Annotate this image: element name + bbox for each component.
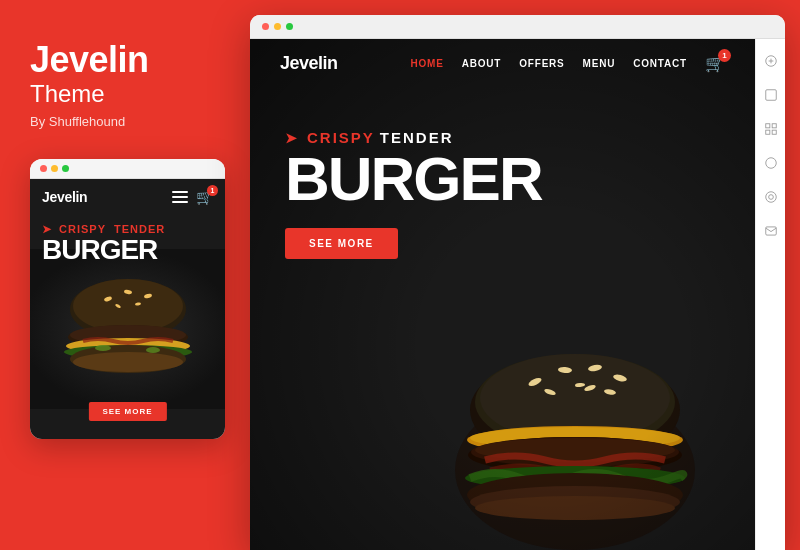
left-panel: Jevelin Theme By Shufflehound Jevelin 🛒 …	[0, 0, 245, 550]
sidebar-icon-6[interactable]	[761, 221, 781, 241]
sidebar-icon-5[interactable]	[761, 187, 781, 207]
dot-green	[62, 165, 69, 172]
see-more-button[interactable]: SEE MORE	[285, 228, 398, 259]
desktop-browser-bar	[250, 15, 785, 39]
desktop-cart-icon[interactable]: 🛒 1	[705, 54, 725, 73]
hero-text-block: ➤ CRISPY TENDER BURGER SEE MORE	[285, 129, 542, 259]
desktop-dot-green	[286, 23, 293, 30]
mobile-browser-bar	[30, 159, 225, 179]
mobile-cart-icon[interactable]: 🛒 1	[196, 189, 213, 205]
mobile-mockup: Jevelin 🛒 1 ➤ CRISPY TENDER	[30, 159, 225, 439]
mobile-nav: Jevelin 🛒 1	[30, 179, 225, 215]
desktop-dot-yellow	[274, 23, 281, 30]
mobile-content: Jevelin 🛒 1 ➤ CRISPY TENDER	[30, 179, 225, 439]
svg-rect-46	[765, 124, 769, 128]
desktop-cart-badge: 1	[718, 49, 731, 62]
mobile-cart-badge: 1	[207, 185, 218, 196]
sidebar-icon-3[interactable]	[761, 119, 781, 139]
svg-rect-48	[765, 130, 769, 134]
svg-point-12	[73, 352, 183, 372]
nav-link-contact[interactable]: CONTACT	[633, 58, 687, 69]
desktop-nav-links: HOME ABOUT OFFERS MENU CONTACT 🛒 1	[410, 54, 725, 73]
mobile-logo: Jevelin	[42, 189, 87, 205]
dot-red	[40, 165, 47, 172]
desktop-site: Jevelin HOME ABOUT OFFERS MENU CONTACT 🛒…	[250, 39, 755, 550]
mobile-burger-text: BURGER	[42, 236, 213, 264]
mobile-burger-image	[30, 249, 225, 409]
nav-link-offers[interactable]: OFFERS	[519, 58, 564, 69]
svg-rect-49	[772, 130, 776, 134]
svg-point-13	[95, 345, 111, 351]
desktop-navbar: Jevelin HOME ABOUT OFFERS MENU CONTACT 🛒…	[250, 39, 755, 88]
desktop-logo: Jevelin	[280, 53, 338, 74]
desktop-sidebar-icons	[755, 39, 785, 550]
nav-link-menu[interactable]: MENU	[583, 58, 616, 69]
desktop-dot-red	[262, 23, 269, 30]
svg-rect-53	[765, 227, 776, 235]
dark-overlay	[250, 39, 755, 550]
mobile-see-more-button[interactable]: SEE MORE	[88, 402, 166, 421]
nav-link-home[interactable]: HOME	[410, 58, 443, 69]
hamburger-icon[interactable]	[172, 191, 188, 203]
mobile-nav-right: 🛒 1	[172, 189, 213, 205]
hero-burger-text: BURGER	[285, 148, 542, 210]
svg-point-52	[765, 192, 776, 203]
svg-rect-47	[772, 124, 776, 128]
sidebar-icon-1[interactable]	[761, 51, 781, 71]
svg-rect-45	[765, 90, 776, 101]
svg-point-50	[765, 158, 776, 169]
desktop-content: Jevelin HOME ABOUT OFFERS MENU CONTACT 🛒…	[250, 39, 785, 550]
svg-point-1	[73, 279, 183, 333]
svg-point-51	[768, 195, 773, 200]
brand-subtitle: Theme	[30, 80, 105, 109]
mobile-burger-svg	[53, 274, 203, 384]
dot-yellow	[51, 165, 58, 172]
sidebar-icon-2[interactable]	[761, 85, 781, 105]
brand-by: By Shufflehound	[30, 114, 125, 129]
desktop-mockup: Jevelin HOME ABOUT OFFERS MENU CONTACT 🛒…	[250, 15, 785, 550]
sidebar-icon-4[interactable]	[761, 153, 781, 173]
nav-link-about[interactable]: ABOUT	[462, 58, 502, 69]
svg-point-14	[146, 347, 160, 353]
mobile-hero-text: ➤ CRISPY TENDER BURGER	[30, 215, 225, 272]
brand-name: Jevelin	[30, 40, 149, 80]
